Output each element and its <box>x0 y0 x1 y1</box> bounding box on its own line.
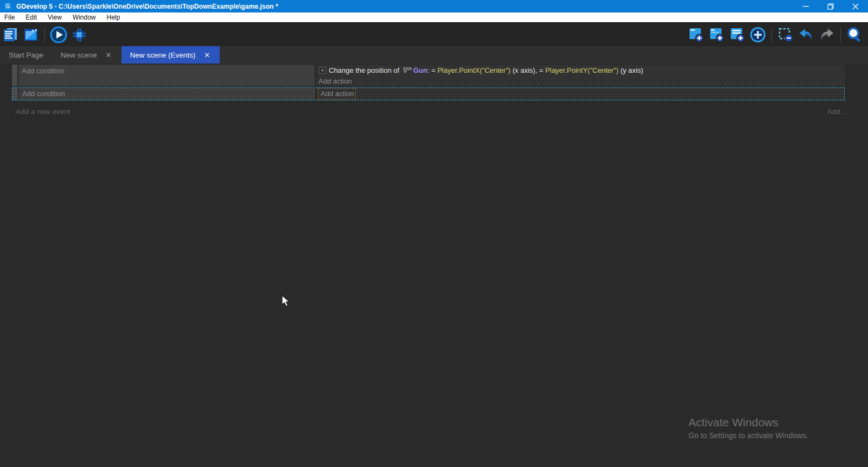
scene-window-icon <box>23 27 39 43</box>
action-text: (x axis), <box>510 66 539 74</box>
conditions-column[interactable]: Add condition <box>19 88 315 100</box>
actions-column[interactable]: + Change the position of Gun : = Player.… <box>316 65 845 86</box>
window-title: GDevelop 5 - C:\Users\Sparkle\OneDrive\D… <box>16 3 278 10</box>
action-text: Change the position of <box>329 66 401 74</box>
minimize-button[interactable] <box>793 0 818 12</box>
menu-help[interactable]: Help <box>101 12 126 22</box>
action-text: = <box>539 66 545 74</box>
menu-edit[interactable]: Edit <box>20 12 42 22</box>
project-manager-button[interactable] <box>1 26 20 44</box>
mouse-cursor <box>281 295 292 308</box>
menu-bar: File Edit View Window Help <box>0 12 868 23</box>
toolbar-separator <box>840 28 841 42</box>
action-text: : <box>427 66 431 74</box>
event-row-1[interactable]: Add condition + Change the position of G… <box>12 65 845 86</box>
redo-button[interactable] <box>818 26 836 44</box>
add-event-icon <box>688 27 704 43</box>
title-bar: G GDevelop 5 - C:\Users\Sparkle\OneDrive… <box>0 0 868 12</box>
tab-label: New scene <box>61 51 97 59</box>
conditions-column[interactable]: Add condition <box>18 65 315 86</box>
add-subevent-icon <box>709 27 725 43</box>
tab-start-page[interactable]: Start Page <box>0 46 52 64</box>
minimize-icon <box>803 3 809 9</box>
tab-close-icon[interactable]: ✕ <box>105 51 113 59</box>
menu-file[interactable]: File <box>0 12 20 22</box>
preview-play-button[interactable] <box>49 26 68 44</box>
tab-bar: Start Page New scene ✕ New scene (Events… <box>0 46 868 64</box>
undo-icon <box>798 27 814 43</box>
debugger-bug-icon <box>71 26 88 43</box>
event-row-2-selected[interactable]: Add condition Add action <box>12 87 845 100</box>
add-comment-button[interactable] <box>728 26 746 44</box>
event-drag-handle[interactable] <box>12 88 19 100</box>
undo-button[interactable] <box>797 26 815 44</box>
actions-column[interactable]: Add action <box>317 88 844 100</box>
preview-play-icon <box>50 26 67 43</box>
add-circle-button[interactable] <box>749 26 767 44</box>
add-new-event-row: Add a new event Add... <box>16 108 846 116</box>
toolbar-separator <box>771 28 772 42</box>
tab-new-scene-events[interactable]: New scene (Events) ✕ <box>122 46 220 64</box>
search-button[interactable] <box>845 26 864 44</box>
project-manager-icon <box>2 27 18 43</box>
scene-window-button[interactable] <box>22 26 40 44</box>
add-circle-icon <box>750 27 766 43</box>
gun-object-icon <box>403 67 412 73</box>
add-event-button[interactable] <box>687 26 705 44</box>
tab-close-icon[interactable]: ✕ <box>203 51 211 59</box>
window-controls <box>793 0 868 12</box>
menu-window[interactable]: Window <box>67 12 101 22</box>
add-condition-link[interactable]: Add condition <box>22 89 315 99</box>
close-icon <box>852 3 859 10</box>
redo-icon <box>819 27 835 43</box>
action-object-name: Gun <box>413 66 427 74</box>
add-event-button-link[interactable]: Add... <box>827 108 846 116</box>
add-action-link[interactable]: Add action <box>316 76 845 86</box>
event-drag-handle[interactable] <box>12 65 18 86</box>
action-expression-y: Player.PointY("Center") <box>545 66 618 74</box>
action-text: (y axis) <box>618 66 643 74</box>
watermark-subtitle: Go to Settings to activate Windows. <box>688 431 808 440</box>
close-button[interactable] <box>843 0 868 12</box>
action-item[interactable]: + Change the position of Gun : = Player.… <box>316 65 845 76</box>
restore-button[interactable] <box>818 0 843 12</box>
tab-label: New scene (Events) <box>130 51 196 59</box>
search-icon <box>846 26 863 43</box>
tab-new-scene[interactable]: New scene ✕ <box>52 46 122 64</box>
menu-view[interactable]: View <box>42 12 67 22</box>
tab-label: Start Page <box>9 51 43 59</box>
toolbar <box>0 23 868 46</box>
debugger-button[interactable] <box>70 26 88 44</box>
action-expression-x: Player.PointX("Center") <box>437 66 510 74</box>
toolbar-separator <box>44 28 45 42</box>
action-text: = <box>431 66 437 74</box>
restore-icon <box>827 3 834 10</box>
select-remove-icon <box>777 27 794 43</box>
add-subevent-button[interactable] <box>707 26 726 44</box>
watermark-title: Activate Windows <box>688 416 808 429</box>
select-remove-button[interactable] <box>776 26 795 44</box>
add-new-event-link[interactable]: Add a new event <box>16 108 71 116</box>
add-comment-icon <box>729 27 745 43</box>
add-condition-link[interactable]: Add condition <box>22 66 315 76</box>
add-action-link-focused[interactable]: Add action <box>318 88 356 99</box>
gdevelop-logo-icon: G <box>4 3 11 10</box>
events-sheet: Add condition + Change the position of G… <box>0 65 868 467</box>
activate-windows-watermark: Activate Windows Go to Settings to activ… <box>688 416 808 440</box>
position-move-icon: + <box>319 67 326 74</box>
